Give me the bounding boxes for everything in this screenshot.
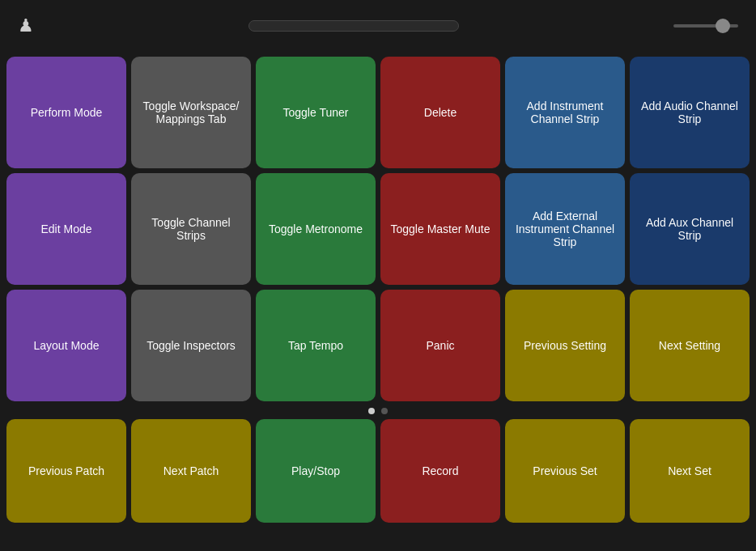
grid-cell-r1-c2[interactable]: Toggle Metronome [256,173,376,285]
header-right [673,24,746,28]
bottom-cell-5[interactable]: Next Set [630,419,750,523]
grid-cell-r2-c2[interactable]: Tap Tempo [256,290,376,401]
grid-cell-r1-c0[interactable]: Edit Mode [6,173,126,285]
page-dot-1[interactable] [381,408,388,414]
bottom-cell-4[interactable]: Previous Set [505,419,625,523]
grid-cell-r2-c5[interactable]: Next Setting [630,290,750,401]
grid-cell-r2-c4[interactable]: Previous Setting [505,290,625,401]
grid-cell-r1-c5[interactable]: Add Aux Channel Strip [630,173,750,285]
header-center [248,20,459,32]
grid-cell-r0-c3[interactable]: Delete [380,57,500,168]
volume-area [673,24,738,28]
header: ♟ [0,0,756,52]
bottom-bar: Previous PatchNext PatchPlay/StopRecordP… [0,419,756,529]
header-left: ♟ [10,15,34,36]
grid-cell-r1-c3[interactable]: Toggle Master Mute [380,173,500,285]
grid-cell-r2-c3[interactable]: Panic [380,290,500,401]
grid-cell-r1-c1[interactable]: Toggle Channel Strips [131,173,251,285]
volume-bar[interactable] [673,24,738,28]
grid-cell-r0-c1[interactable]: Toggle Workspace/ Mappings Tab [131,57,251,168]
chevron-up-button[interactable] [259,24,269,28]
bottom-cell-3[interactable]: Record [380,419,500,523]
bottom-cell-2[interactable]: Play/Stop [256,419,376,523]
performer-button[interactable]: ♟ [18,15,34,36]
chevron-down-button[interactable] [439,24,448,28]
grid-cell-r2-c1[interactable]: Toggle Inspectors [131,290,251,401]
performer-icon: ♟ [18,15,34,36]
main-grid-area: Perform ModeToggle Workspace/ Mappings T… [0,52,756,401]
grid-cell-r0-c0[interactable]: Perform Mode [6,57,126,168]
volume-knob[interactable] [716,19,730,33]
grid-cell-r0-c5[interactable]: Add Audio Channel Strip [630,57,750,168]
page-dots [0,401,756,419]
grid-cell-r0-c4[interactable]: Add Instrument Channel Strip [505,57,625,168]
main-grid: Perform ModeToggle Workspace/ Mappings T… [6,57,750,401]
grid-cell-r2-c0[interactable]: Layout Mode [6,290,126,401]
grid-cell-r1-c4[interactable]: Add External Instrument Channel Strip [505,173,625,285]
bottom-cell-1[interactable]: Next Patch [131,419,251,523]
page-dot-0[interactable] [368,408,375,414]
bottom-cell-0[interactable]: Previous Patch [6,419,126,523]
grid-cell-r0-c2[interactable]: Toggle Tuner [256,57,376,168]
